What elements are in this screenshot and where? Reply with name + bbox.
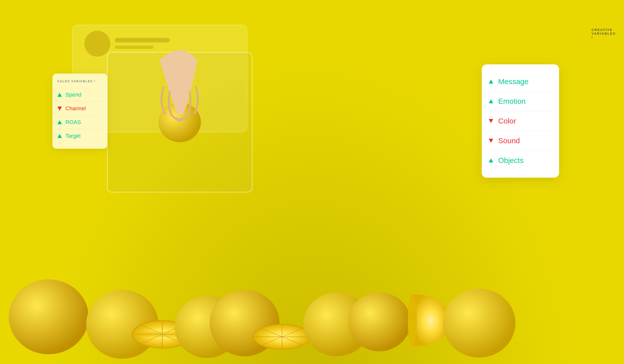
up-arrow-icon <box>57 93 62 97</box>
color-label: Color <box>498 117 516 125</box>
up-arrow-icon <box>57 134 62 138</box>
creative-item-objects: Objects <box>489 151 552 170</box>
sales-item-target: Target <box>57 129 102 143</box>
creative-item-sound: Sound <box>489 131 552 151</box>
creative-item-message: Message <box>489 72 552 92</box>
creative-variables-panel: Message Emotion Color Sound Objects <box>482 64 559 178</box>
up-arrow-icon <box>489 158 493 162</box>
sales-variables-panel: SALES VARIABLES / Spend Channel ROAS Tar… <box>52 74 107 149</box>
sales-variables-label: SALES VARIABLES / <box>57 80 102 83</box>
creative-item-emotion: Emotion <box>489 92 552 111</box>
sales-item-roas: ROAS <box>57 116 102 129</box>
up-arrow-icon <box>489 99 493 103</box>
background <box>0 0 624 364</box>
objects-label: Objects <box>498 156 524 165</box>
message-label: Message <box>498 77 529 86</box>
down-arrow-icon <box>57 107 62 111</box>
down-arrow-icon <box>489 139 493 143</box>
spend-label: Spend <box>65 92 81 98</box>
up-arrow-icon <box>57 120 62 124</box>
channel-label: Channel <box>65 105 86 112</box>
sales-item-channel: Channel <box>57 102 102 116</box>
sales-item-spend: Spend <box>57 88 102 102</box>
up-arrow-icon <box>489 80 493 84</box>
target-label: Target <box>65 133 81 139</box>
creative-variables-label: CREATIVE VARIABLES / <box>592 28 616 39</box>
sound-label: Sound <box>498 136 520 145</box>
emotion-label: Emotion <box>498 97 526 106</box>
roas-label: ROAS <box>65 119 81 125</box>
creative-item-color: Color <box>489 111 552 131</box>
down-arrow-icon <box>489 119 493 123</box>
